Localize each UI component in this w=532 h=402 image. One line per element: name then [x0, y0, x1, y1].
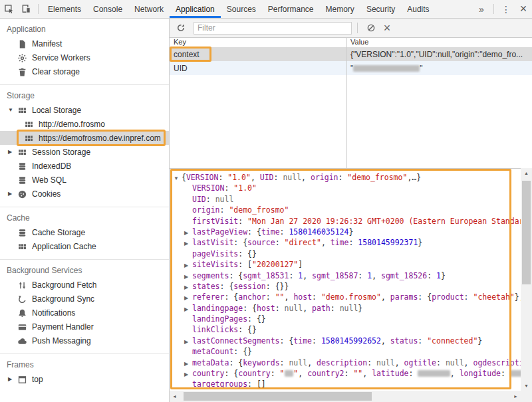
chevron-right-icon[interactable]: ▶ — [8, 191, 17, 197]
sidebar-item-background-sync[interactable]: Background Sync — [0, 292, 169, 306]
filter-input[interactable] — [194, 22, 352, 35]
sidebar-item-label: IndexedDB — [32, 161, 71, 171]
tree-row[interactable]: ▶landingpage: {host: null, path: null} — [170, 303, 521, 314]
sidebar-item-top[interactable]: ▶top — [0, 372, 169, 386]
section-application: ApplicationManifestService WorkersClear … — [0, 19, 169, 84]
inspect-element-button[interactable] — [0, 0, 17, 18]
tree-row[interactable]: VERSION: "1.0" — [170, 183, 521, 193]
token-p: , — [381, 336, 390, 346]
chevron-down-icon[interactable]: ▼ — [8, 107, 17, 113]
chevron-right-icon[interactable]: ▶ — [8, 376, 17, 382]
chevron-right-icon[interactable]: ▶ — [8, 149, 17, 155]
column-divider[interactable] — [346, 38, 347, 168]
section-background-services: Background ServicesBackground FetchBackg… — [0, 259, 169, 353]
token-p: , — [298, 369, 307, 378]
sidebar-item-http-demo-frosmo[interactable]: http://demo.frosmo — [0, 117, 169, 131]
sidebar-item-manifest[interactable]: Manifest — [0, 37, 169, 50]
sidebar-item-indexeddb[interactable]: IndexedDB — [0, 159, 169, 173]
delete-selected-button[interactable]: × — [379, 20, 395, 36]
scrollbar-corner — [521, 391, 532, 402]
tree-row[interactable]: ▶metaData: {keywords: null, description:… — [170, 357, 521, 368]
redacted-blur — [418, 370, 450, 377]
tree-row[interactable]: linkClicks: {} — [170, 324, 521, 335]
expand-down-icon[interactable]: ▼ — [174, 173, 182, 184]
section-header-cache: Cache — [0, 211, 169, 225]
token-p: : — [348, 238, 358, 247]
clear-all-button[interactable] — [363, 20, 379, 36]
token-p: : — [271, 369, 280, 378]
sidebar-item-background-fetch[interactable]: Background Fetch — [0, 278, 169, 292]
sidebar-item-https-demofrosmo-dev-inpref-com[interactable]: https://demofrosmo.dev.inpref.com — [0, 131, 169, 145]
token-k: referer — [192, 292, 224, 302]
token-k: latitude — [372, 369, 408, 378]
tree-row[interactable]: ▶states: {session: {}} — [170, 281, 521, 292]
tree-row[interactable]: ▶lastVisit: {source: "direct", time: 158… — [170, 237, 521, 248]
tree-row[interactable]: origin: "demo_frosmo" — [170, 205, 521, 215]
sidebar-item-notifications[interactable]: Notifications — [0, 306, 169, 320]
column-header-value[interactable]: Value — [346, 38, 532, 47]
sidebar-item-cache-storage[interactable]: Cache Storage — [0, 225, 169, 239]
key-cell[interactable]: UID — [170, 61, 346, 75]
tab-console[interactable]: Console — [87, 0, 128, 18]
storage-panel: × Key Value context{"VERSION":"1.0","UID… — [170, 19, 532, 402]
vertical-scrollbar-thumb[interactable] — [522, 181, 531, 284]
token-k: keywords — [243, 358, 279, 367]
token-p: ,…} — [407, 173, 421, 182]
sidebar-item-application-cache[interactable]: Application Cache — [0, 239, 169, 253]
tab-network[interactable]: Network — [128, 0, 170, 18]
sidebar-item-session-storage[interactable]: ▶Session Storage — [0, 145, 169, 159]
token-p: : — [280, 358, 289, 367]
tab-security[interactable]: Security — [360, 0, 401, 18]
table-row-context[interactable]: context{"VERSION":"1.0","UID":null,"orig… — [170, 47, 532, 61]
token-p: } — [418, 238, 422, 247]
table-icon — [17, 147, 28, 157]
token-p: : {}} — [266, 282, 289, 291]
tab-performance[interactable]: Performance — [262, 0, 320, 18]
tree-row[interactable]: landingPages: {} — [170, 314, 521, 324]
close-devtools-icon[interactable]: × — [515, 0, 532, 18]
tab-application[interactable]: Application — [170, 0, 221, 18]
sidebar-item-clear-storage[interactable]: Clear storage — [0, 64, 169, 78]
tab-memory[interactable]: Memory — [320, 0, 360, 18]
tree-row[interactable]: pageVisits: {} — [170, 249, 521, 259]
tree-row[interactable]: ▼{VERSION: "1.0", UID: null, origin: "de… — [170, 172, 521, 183]
sidebar-item-payment-handler[interactable]: Payment Handler — [0, 320, 169, 334]
tab-elements[interactable]: Elements — [42, 0, 87, 18]
tab-audits[interactable]: Audits — [401, 0, 435, 18]
sidebar-item-local-storage[interactable]: ▼Local Storage — [0, 103, 169, 117]
scroll-right-arrow[interactable]: ► — [511, 391, 521, 402]
scroll-left-arrow[interactable]: ◄ — [170, 391, 180, 402]
sidebar-item-push-messaging[interactable]: Push Messaging — [0, 334, 169, 348]
sidebar-item-service-workers[interactable]: Service Workers — [0, 50, 169, 64]
token-k: VERSION — [186, 173, 218, 182]
column-header-key[interactable]: Key — [170, 38, 346, 47]
tree-row[interactable]: targetgroups: [] — [170, 379, 521, 389]
token-p: { — [182, 173, 186, 182]
scroll-down-arrow[interactable]: ▼ — [521, 381, 532, 391]
tree-row[interactable]: ▶lastPageView: {time: 1580146035124} — [170, 227, 521, 237]
scroll-up-arrow[interactable]: ▲ — [521, 168, 532, 178]
tree-row[interactable]: ▶referer: {anchor: "", host: "demo.frosm… — [170, 292, 521, 302]
sidebar-item-web-sql[interactable]: Web SQL — [0, 173, 169, 187]
horizontal-scrollbar-thumb[interactable] — [184, 392, 372, 401]
tree-row[interactable]: firstVisit: "Mon Jan 27 2020 19:26:32 GM… — [170, 216, 521, 227]
tree-row[interactable]: ▶lastConnectSegments: {time: 15801459926… — [170, 336, 521, 346]
refresh-button[interactable] — [173, 20, 189, 36]
device-toolbar-button[interactable] — [17, 0, 35, 18]
value-cell[interactable]: "" — [346, 64, 532, 73]
tab-sources[interactable]: Sources — [221, 0, 262, 18]
token-p: : { — [418, 292, 432, 302]
more-tabs-chevron-icon[interactable]: » — [473, 0, 490, 18]
tree-row[interactable]: UID: null — [170, 194, 521, 205]
value-cell[interactable]: {"VERSION":"1.0","UID":null,"origin":"de… — [346, 50, 532, 59]
kebab-menu-icon[interactable]: ⋮ — [497, 0, 515, 18]
tree-row[interactable]: ▶siteVisits: ["20200127"] — [170, 259, 521, 270]
key-cell[interactable]: context — [170, 47, 346, 61]
token-s: "connected" — [427, 336, 477, 346]
section-header-background-services: Background Services — [0, 263, 169, 278]
table-row-uid[interactable]: UID"" — [170, 61, 532, 75]
sidebar-item-cookies[interactable]: ▶Cookies — [0, 187, 169, 201]
tree-row[interactable]: ▶country: {country: "", country2: "", la… — [170, 368, 521, 379]
tree-row[interactable]: ▶segments: {sgmt_18531: 1, sgmt_18587: 1… — [170, 270, 521, 281]
tree-row[interactable]: metaCount: {} — [170, 346, 521, 357]
